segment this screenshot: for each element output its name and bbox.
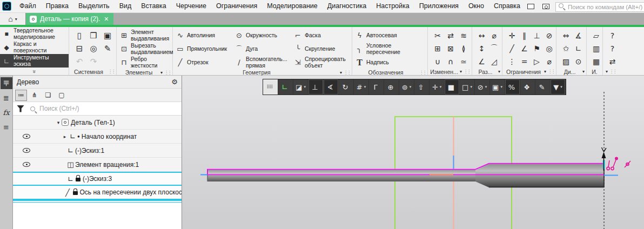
- coincident-icon[interactable]: ⋮: [506, 55, 518, 68]
- arc-button[interactable]: ⌒ Дуга: [233, 42, 292, 56]
- menu-item[interactable]: Вид: [115, 0, 137, 12]
- group-grip-icon[interactable]: ⋮⋮: [419, 70, 426, 75]
- undo-icon[interactable]: ↶: [72, 55, 86, 68]
- perpendicular-icon[interactable]: ⊥: [531, 29, 543, 42]
- tangent-icon[interactable]: ⊘: [543, 29, 555, 42]
- new-document-icon[interactable]: ▯: [72, 29, 86, 42]
- orientation-button[interactable]: ↻: [339, 79, 354, 95]
- menu-item[interactable]: Приложения: [414, 0, 464, 12]
- group-grip-icon[interactable]: ⋮⋮: [108, 69, 115, 74]
- check-body-icon[interactable]: ▥: [590, 42, 602, 55]
- measure-area-icon[interactable]: ✩: [560, 42, 572, 55]
- tree-relations-icon[interactable]: ❏: [42, 90, 54, 101]
- group-caret-icon[interactable]: ▾: [460, 69, 462, 74]
- styles-button[interactable]: ◪ ▾: [293, 79, 308, 95]
- active-document-tab[interactable]: Деталь — копия (2).... ×: [26, 13, 113, 25]
- filter-funnel-icon[interactable]: [17, 105, 24, 112]
- window-layout-icon[interactable]: [525, 2, 537, 11]
- concentric-icon[interactable]: ◎: [543, 42, 555, 55]
- tree-sequence-icon[interactable]: ≔: [15, 90, 27, 101]
- wireframe-view-button[interactable]: □ ▾: [460, 79, 475, 95]
- csys-button[interactable]: ✛ ▾: [430, 79, 445, 95]
- collinear-icon[interactable]: ╱: [506, 42, 518, 55]
- group-caret-icon[interactable]: ▾: [606, 69, 608, 74]
- command-search-input[interactable]: [555, 2, 644, 12]
- redo-icon[interactable]: ↷: [86, 55, 100, 68]
- show-dof-button[interactable]: ∢: [324, 79, 339, 95]
- menu-item[interactable]: Правка: [41, 0, 73, 12]
- tree-row-sketch3[interactable]: ∟ (-)Эскиз:3: [13, 172, 182, 186]
- app-logo-icon[interactable]: [2, 2, 11, 11]
- copy-icon[interactable]: ⊞: [431, 42, 444, 55]
- help-icon[interactable]: ?: [606, 29, 619, 42]
- tree-row-sketch1[interactable]: ∟ (-)Эскиз:1: [13, 144, 182, 158]
- group-grip-icon[interactable]: ⋮⋮: [609, 69, 616, 74]
- save-icon[interactable]: ▣: [100, 29, 115, 42]
- mode-wireframe-surfaces[interactable]: ◆ Каркас и поверхности: [0, 41, 69, 54]
- menu-item[interactable]: Выделить: [73, 0, 115, 12]
- group-caret-icon[interactable]: ▾: [340, 70, 342, 75]
- home-tab-button[interactable]: ⌂ ▾: [0, 13, 26, 25]
- mode-sketch-tools[interactable]: ∟ Инструменты эскиза: [0, 54, 69, 68]
- diameter-constraint-icon[interactable]: ⌀: [543, 55, 555, 68]
- rib-button[interactable]: ⊓ Ребро жесткости: [118, 56, 175, 69]
- expander-icon[interactable]: ▾: [55, 120, 62, 125]
- menu-item[interactable]: Настройка: [371, 0, 414, 12]
- tree-row-revolve[interactable]: ◫ Элемент вращения:1: [13, 158, 182, 172]
- close-icon[interactable]: ×: [103, 15, 110, 23]
- angle-constraint-icon[interactable]: ∠: [518, 42, 531, 55]
- fillet-button[interactable]: ╰ Скругление: [292, 42, 351, 56]
- autoline-button[interactable]: ∿ Автолиния: [174, 29, 233, 42]
- hidden-lines-button[interactable]: ⊘ ▾: [475, 79, 490, 95]
- menu-item[interactable]: Окно: [464, 0, 489, 12]
- group-grip-icon[interactable]: ⋮⋮: [164, 70, 171, 75]
- menu-item[interactable]: Файл: [15, 0, 41, 12]
- tree-panel-icon[interactable]: ⊪: [1, 77, 12, 89]
- ribbon-collapse-button[interactable]: »: [0, 68, 69, 75]
- diameter-dimension-icon[interactable]: ⌀: [488, 29, 500, 42]
- chevron-down-icon[interactable]: ▾: [410, 85, 412, 89]
- save-as-icon[interactable]: ✎: [100, 42, 115, 55]
- print-icon[interactable]: ⊟: [72, 42, 86, 55]
- part-body[interactable]: [207, 163, 604, 187]
- measure-length-icon[interactable]: ∟: [572, 42, 585, 55]
- angle-dimension-icon[interactable]: ◿: [488, 55, 500, 68]
- construction-line-button[interactable]: ∕ Вспомогатель... прямая: [233, 56, 292, 69]
- tree-row-part[interactable]: ▾ Деталь (Тел-1): [13, 116, 182, 130]
- mirror-icon[interactable]: ⇄: [444, 29, 457, 42]
- chevron-down-icon[interactable]: ▾: [304, 85, 306, 89]
- measure-distance-icon[interactable]: ⇔: [560, 29, 572, 42]
- deform-icon[interactable]: ≋: [457, 29, 470, 42]
- ortho-button[interactable]: Γ: [369, 79, 384, 95]
- menu-item[interactable]: Вставка: [136, 0, 171, 12]
- zoom-select-button[interactable]: ⊚ ▾: [399, 79, 414, 95]
- intersect-icon[interactable]: ∩: [444, 55, 457, 68]
- chevron-down-icon[interactable]: ▾: [500, 85, 502, 89]
- check-face-icon[interactable]: ▦: [590, 55, 602, 68]
- visibility-eye-icon[interactable]: [23, 148, 30, 153]
- chevron-down-icon[interactable]: ▾: [470, 85, 472, 89]
- rectangle-button[interactable]: ▭ Прямоугольник: [174, 42, 233, 56]
- segment-button[interactable]: ╱ Отрезок: [174, 56, 233, 69]
- angular-dimension-icon[interactable]: ∠: [475, 55, 488, 68]
- preview-icon[interactable]: ◎: [86, 42, 100, 55]
- project-object-button[interactable]: ⇲ Спроецировать объект: [292, 56, 351, 69]
- group-caret-icon[interactable]: ▾: [582, 69, 585, 74]
- group-caret-icon[interactable]: ▾: [160, 70, 163, 75]
- sketch-edit-button[interactable]: ✎: [535, 79, 551, 95]
- equal-icon[interactable]: =: [518, 55, 531, 68]
- toolbar-grip[interactable]: ⠿⠿: [263, 79, 278, 95]
- zoom-area-button[interactable]: ⊕: [384, 79, 399, 95]
- chevron-down-icon[interactable]: ▾: [440, 85, 442, 89]
- group-grip-icon[interactable]: ⋮⋮: [464, 69, 470, 74]
- measure-section-icon[interactable]: ▨: [560, 55, 572, 68]
- chevron-down-icon[interactable]: ▾: [364, 85, 366, 89]
- viewport-canvas[interactable]: ⠿⠿ ∟ ◪ ▾ ⊥: [182, 76, 644, 229]
- menu-item[interactable]: Справка: [489, 0, 525, 12]
- union-icon[interactable]: ∪: [431, 55, 444, 68]
- grid-button[interactable]: # ▾: [354, 79, 369, 95]
- screen-settings-icon[interactable]: [540, 2, 552, 11]
- tree-hierarchy-icon[interactable]: ⋔: [29, 90, 41, 101]
- snap-button[interactable]: %: [505, 79, 520, 95]
- tree-search-input[interactable]: [28, 105, 182, 112]
